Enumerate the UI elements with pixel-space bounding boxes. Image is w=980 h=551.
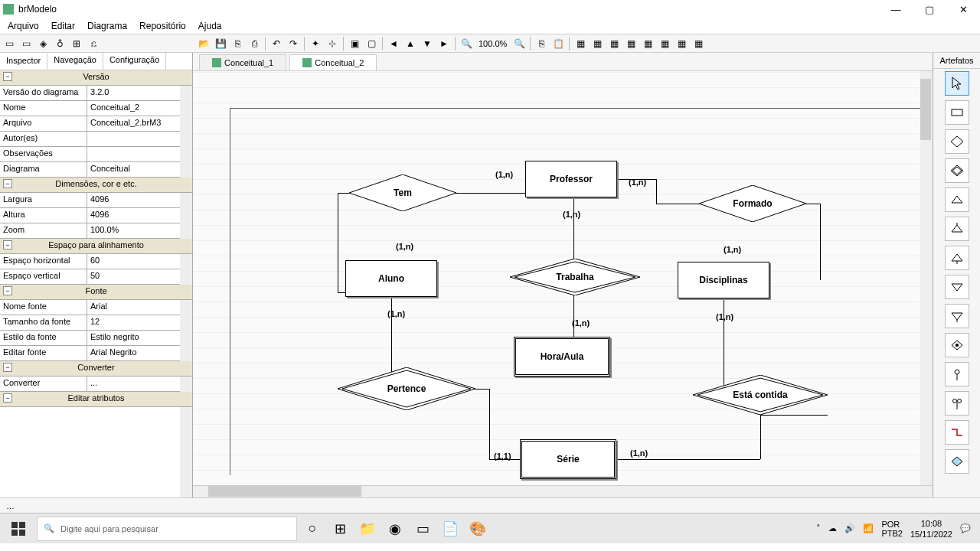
tool-zoomin-icon[interactable]: 🔍 (511, 36, 527, 51)
tool-spec3-icon[interactable] (945, 246, 969, 270)
tool-proc-icon[interactable]: ⎌ (86, 36, 101, 51)
tool-print-icon[interactable]: ⎙ (247, 36, 262, 51)
tool-new-icon[interactable]: ▭ (2, 36, 17, 51)
tool-open-icon[interactable]: ▭ (18, 36, 34, 51)
tray-up-icon[interactable]: ˄ (816, 523, 821, 533)
tool-grid-icon[interactable]: ⊹ (325, 36, 340, 51)
taskbar-brmodelo-icon[interactable]: ▭ (410, 517, 435, 541)
tool-spec-icon[interactable] (945, 187, 969, 212)
tool-copy2-icon[interactable]: ⎘ (534, 36, 549, 51)
entity-aluno[interactable]: Aluno (345, 260, 437, 297)
menu-arquivo[interactable]: Arquivo (2, 19, 45, 33)
prop-section-header[interactable]: −Versão (0, 70, 192, 86)
tool-weak-icon[interactable] (945, 333, 969, 357)
tray-lang[interactable]: POR PTB2 (881, 520, 903, 538)
tool-entity-icon[interactable] (945, 100, 969, 125)
tool-link-icon[interactable]: ◈ (35, 36, 51, 51)
relation-estacontida[interactable]: Está contida (693, 375, 828, 415)
close-button[interactable]: ✕ (956, 4, 971, 15)
tool-autorelation-icon[interactable] (945, 158, 969, 183)
tool-align7-icon[interactable]: ▦ (674, 36, 689, 51)
prop-row[interactable]: Largura4096 (0, 193, 192, 208)
prop-row[interactable]: DiagramaConceitual (0, 162, 192, 178)
relation-formado[interactable]: Formado (699, 185, 806, 222)
tool-attr-icon[interactable] (945, 362, 969, 386)
doctab-2[interactable]: Conceitual_2 (289, 54, 377, 70)
prop-section-header[interactable]: −Dimensões, cor e etc. (0, 178, 192, 193)
taskbar-paint-icon[interactable]: 🎨 (466, 517, 490, 541)
tray-volume-icon[interactable]: 🔊 (844, 523, 855, 533)
tool-multiattr-icon[interactable] (945, 391, 969, 416)
prop-row[interactable]: Nome fonteArial (0, 300, 192, 315)
tool-folder-icon[interactable]: 📂 (196, 36, 211, 51)
menu-ajuda[interactable]: Ajuda (192, 19, 228, 33)
tool-nav-up-icon[interactable]: ▲ (403, 36, 418, 51)
prop-section-header[interactable]: −Fonte (0, 285, 192, 300)
taskbar-explorer-icon[interactable]: 📁 (355, 517, 380, 541)
tab-inspector[interactable]: Inspector (0, 54, 47, 70)
tool-gen2-icon[interactable] (945, 304, 969, 328)
menu-diagrama[interactable]: Diagrama (81, 19, 133, 33)
tool-save-icon[interactable]: 💾 (213, 36, 228, 51)
canvas-vscroll[interactable] (920, 71, 933, 485)
minimize-button[interactable]: — (888, 4, 903, 15)
entity-professor[interactable]: Professor (525, 161, 617, 197)
tool-snap-icon[interactable]: ✦ (308, 36, 323, 51)
tray-wifi-icon[interactable]: 📶 (863, 523, 874, 533)
tab-configuracao[interactable]: Configuração (103, 53, 166, 70)
tool-nav-left-icon[interactable]: ◄ (386, 36, 401, 51)
maximize-button[interactable]: ▢ (922, 4, 937, 15)
tool-relation-icon[interactable] (945, 129, 969, 154)
start-button[interactable] (3, 514, 34, 543)
menu-repositorio[interactable]: Repositório (133, 19, 192, 33)
tray-onedrive-icon[interactable]: ☁ (828, 523, 837, 533)
inspector-scrollbar[interactable] (180, 70, 192, 497)
prop-row[interactable]: Zoom100.0% (0, 223, 192, 239)
tool-gen-icon[interactable] (945, 275, 969, 299)
entity-horaaula[interactable]: Hora/Aula (514, 337, 610, 377)
tool-back-icon[interactable]: ▢ (364, 36, 379, 51)
taskbar-notepad-icon[interactable]: 📄 (438, 517, 462, 541)
prop-row[interactable]: Altura4096 (0, 208, 192, 223)
prop-section-header[interactable]: −Editar atributos (0, 392, 192, 407)
tray-notifications-icon[interactable]: 💬 (960, 523, 971, 533)
tool-hier-icon[interactable]: ⊞ (69, 36, 84, 51)
tool-align8-icon[interactable]: ▦ (691, 36, 706, 51)
prop-row[interactable]: Converter... (0, 377, 192, 392)
tool-paste-icon[interactable]: 📋 (550, 36, 566, 51)
relation-pertence[interactable]: Pertence (338, 367, 475, 410)
tool-undo-icon[interactable]: ↶ (269, 36, 284, 51)
taskbar-taskview-icon[interactable]: ⊞ (328, 517, 352, 541)
tool-spec2-icon[interactable] (945, 217, 969, 241)
relation-trabalha[interactable]: Trabalha (510, 259, 640, 295)
prop-section-header[interactable]: −Espaço para alinhamento (0, 239, 192, 254)
tool-align4-icon[interactable]: ▦ (623, 36, 639, 51)
tool-align3-icon[interactable]: ▦ (606, 36, 622, 51)
tool-line-icon[interactable] (945, 420, 969, 445)
tool-pointer-icon[interactable] (945, 71, 969, 96)
doctab-1[interactable]: Conceitual_1 (199, 54, 286, 70)
prop-section-header[interactable]: −Converter (0, 361, 192, 377)
tool-align5-icon[interactable]: ▦ (640, 36, 655, 51)
tool-nav-down-icon[interactable]: ▼ (420, 36, 435, 51)
tool-zoomout-icon[interactable]: 🔍 (459, 36, 474, 51)
tab-navegacao[interactable]: Navegação (47, 53, 103, 70)
tool-front-icon[interactable]: ▣ (347, 36, 362, 51)
menu-editar[interactable]: Editar (45, 19, 81, 33)
tool-redo-icon[interactable]: ↷ (286, 36, 301, 51)
taskbar-chrome-icon[interactable]: ◉ (383, 517, 407, 541)
diagram-canvas[interactable]: ProfessorAlunoDisciplinasHora/AulaSérieT… (193, 71, 933, 485)
prop-row[interactable]: Estilo da fonteEstilo negrito (0, 331, 192, 346)
tool-copy-icon[interactable]: ⎘ (230, 36, 245, 51)
prop-row[interactable]: NomeConceitual_2 (0, 101, 192, 116)
tool-note-icon[interactable] (945, 449, 969, 474)
tool-align2-icon[interactable]: ▦ (590, 36, 605, 51)
taskbar-cortana-icon[interactable]: ○ (300, 517, 325, 541)
prop-row[interactable]: Espaço horizontal60 (0, 254, 192, 269)
tool-align1-icon[interactable]: ▦ (573, 36, 588, 51)
canvas-hscroll[interactable] (193, 485, 933, 497)
tool-tree-icon[interactable]: ♁ (52, 36, 67, 51)
prop-row[interactable]: Autor(es) (0, 132, 192, 147)
tray-clock[interactable]: 10:08 15/11/2022 (910, 518, 952, 540)
prop-row[interactable]: Versão do diagrama3.2.0 (0, 86, 192, 101)
